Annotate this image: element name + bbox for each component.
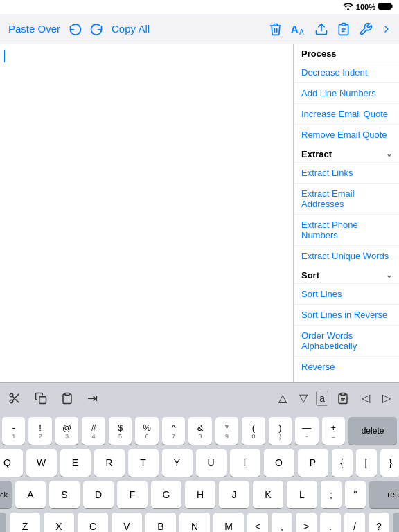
section-header-pseudo-text[interactable]: Pseudo Text ⌄	[294, 377, 399, 382]
key-j[interactable]: J	[219, 481, 249, 508]
wrench-button[interactable]	[357, 21, 374, 37]
menu-item-remove-email-quote[interactable]: Remove Email Quote	[294, 124, 399, 145]
key-minus-1[interactable]: -1	[2, 417, 25, 445]
key-e[interactable]: E	[60, 449, 91, 477]
key-comma[interactable]: ,	[272, 513, 292, 532]
redo-button[interactable]	[88, 21, 105, 37]
key-r[interactable]: R	[94, 449, 125, 477]
clipboard-button[interactable]	[335, 21, 352, 37]
key-w[interactable]: W	[26, 449, 57, 477]
key-h[interactable]: H	[185, 481, 215, 508]
key-z[interactable]: Z	[10, 513, 40, 532]
section-label-process: Process	[301, 48, 337, 59]
font-size-button[interactable]: A A	[290, 21, 308, 37]
key-f[interactable]: F	[117, 481, 148, 508]
key-lt[interactable]: <	[247, 513, 268, 532]
svg-rect-14	[39, 396, 46, 403]
menu-item-reverse[interactable]: Reverse	[294, 356, 399, 377]
key-exclaim-2[interactable]: !2	[28, 417, 51, 445]
key-lparen-0[interactable]: (0	[242, 417, 265, 445]
scissors-button[interactable]	[4, 389, 25, 407]
key-l[interactable]: L	[287, 481, 317, 508]
key-n[interactable]: N	[179, 513, 210, 532]
section-header-sort[interactable]: Sort ⌄	[294, 266, 399, 283]
key-u[interactable]: U	[196, 449, 227, 477]
key-x[interactable]: X	[44, 513, 74, 532]
export-button[interactable]	[313, 21, 330, 37]
copy-button[interactable]	[30, 389, 51, 407]
key-quote[interactable]: "	[345, 481, 366, 508]
clipboard2-button[interactable]	[332, 389, 353, 407]
key-semicolon[interactable]: ;	[321, 481, 342, 508]
paste-over-label: Paste Over	[8, 23, 60, 35]
key-dash[interactable]: —-	[295, 417, 318, 445]
menu-item-add-line-numbers[interactable]: Add Line Numbers	[294, 82, 399, 103]
section-header-extract[interactable]: Extract ⌄	[294, 145, 399, 162]
svg-rect-15	[65, 393, 69, 395]
key-lbrace[interactable]: {	[332, 449, 353, 477]
key-dollar-5[interactable]: $5	[109, 417, 132, 445]
svg-rect-17	[342, 398, 345, 399]
key-period[interactable]: .	[320, 513, 341, 532]
key-rparen[interactable]: ))	[269, 417, 292, 445]
key-b[interactable]: B	[145, 513, 176, 532]
menu-item-extract-email-addresses[interactable]: Extract Email Addresses	[294, 183, 399, 214]
paste-button[interactable]	[57, 389, 78, 407]
key-rbrace[interactable]: }	[380, 449, 400, 477]
menu-item-decrease-indent[interactable]: Decrease Indent	[294, 62, 399, 82]
key-slash[interactable]: /	[344, 513, 365, 532]
key-plus-eq[interactable]: +=	[322, 417, 345, 445]
copy-all-button[interactable]: Copy All	[109, 21, 152, 36]
kb-toolbar-right: △ ▽ a ◁ ▷	[274, 389, 395, 407]
key-at-3[interactable]: @3	[55, 417, 78, 445]
key-i[interactable]: I	[230, 449, 260, 477]
key-hash-4[interactable]: #4	[82, 417, 105, 445]
key-s[interactable]: S	[49, 481, 80, 508]
key-m[interactable]: M	[213, 513, 244, 532]
key-shift-left[interactable]: shift	[0, 513, 6, 532]
key-d[interactable]: D	[83, 481, 114, 508]
key-a[interactable]: A	[15, 481, 46, 508]
key-gt[interactable]: >	[296, 513, 317, 532]
key-t[interactable]: T	[128, 449, 159, 477]
battery-text: 100%	[356, 3, 375, 11]
menu-item-extract-phone-numbers[interactable]: Extract Phone Numbers	[294, 214, 399, 245]
key-o[interactable]: O	[264, 449, 294, 477]
key-c[interactable]: C	[78, 513, 108, 532]
tab-insert-button[interactable]: ⇥	[83, 388, 102, 409]
key-caps-lock[interactable]: caps lock	[0, 481, 12, 508]
key-delete[interactable]: delete	[348, 417, 397, 445]
menu-item-extract-unique-words[interactable]: Extract Unique Words	[294, 245, 399, 266]
key-return[interactable]: return	[369, 481, 399, 508]
menu-item-order-words-alphabetically[interactable]: Order Words Alphabetically	[294, 325, 399, 356]
trash-button[interactable]	[267, 21, 284, 37]
key-g[interactable]: G	[151, 481, 181, 508]
text-format-button[interactable]: a	[316, 391, 328, 406]
menu-item-sort-lines[interactable]: Sort Lines	[294, 283, 399, 304]
key-shift-right[interactable]: shift	[393, 513, 399, 532]
menu-item-sort-lines-reverse[interactable]: Sort Lines in Reverse	[294, 304, 399, 325]
key-amp-8[interactable]: &8	[188, 417, 211, 445]
menu-item-increase-email-quote[interactable]: Increase Email Quote	[294, 103, 399, 124]
expand-button[interactable]	[380, 22, 393, 36]
key-y[interactable]: Y	[162, 449, 193, 477]
undo-button[interactable]	[67, 21, 84, 37]
key-percent-6[interactable]: %6	[135, 417, 158, 445]
key-p[interactable]: P	[298, 449, 328, 477]
editor-area[interactable]	[0, 44, 294, 382]
warning-button[interactable]: △	[274, 389, 291, 407]
key-q[interactable]: Q	[0, 449, 23, 477]
svg-rect-18	[342, 400, 344, 400]
down-button[interactable]: ▽	[295, 389, 312, 407]
key-k[interactable]: K	[253, 481, 283, 508]
key-star-9[interactable]: *9	[215, 417, 238, 445]
key-lbracket[interactable]: [	[356, 449, 377, 477]
left-arrow-button[interactable]: ◁	[357, 389, 374, 407]
menu-item-extract-links[interactable]: Extract Links	[294, 162, 399, 183]
key-v[interactable]: V	[112, 513, 142, 532]
right-arrow-button[interactable]: ▷	[378, 389, 395, 407]
key-caret-7[interactable]: ^7	[162, 417, 185, 445]
top-toolbar: Paste Over Copy All	[0, 14, 399, 44]
key-question[interactable]: ?	[369, 513, 389, 532]
paste-over-button[interactable]: Paste Over	[6, 21, 63, 36]
